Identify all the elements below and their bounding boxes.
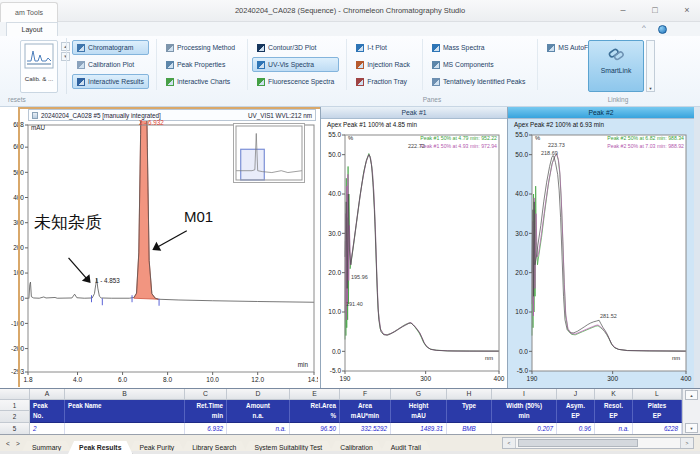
annotation-unknown-impurity: 未知杂质 bbox=[34, 211, 102, 234]
ribbon-button-label: Tentatively Identified Peaks bbox=[443, 78, 525, 85]
help-icon[interactable] bbox=[658, 25, 667, 34]
ribbon-button-ms-components[interactable]: MS Components bbox=[427, 57, 530, 72]
header-cell: Peak Name bbox=[65, 400, 185, 423]
fluorescence-spectra-icon bbox=[257, 78, 265, 86]
ribbon-button-processing-method[interactable]: Processing Method bbox=[161, 40, 240, 55]
sheet-nav-left-icon[interactable]: < bbox=[3, 438, 13, 449]
ribbon-button-i-t-plot[interactable]: I-t Plot bbox=[351, 40, 415, 55]
x-unit-label: nm bbox=[485, 355, 493, 361]
ribbon-button-uv-vis-spectra[interactable]: UV-Vis Spectra bbox=[252, 57, 339, 72]
peak1-spectrum-plot[interactable]: 19030040055.050.040.030.020.010.00.0-5.0 bbox=[321, 131, 507, 383]
svg-text:20.0: 20.0 bbox=[515, 269, 528, 276]
svg-text:500: 500 bbox=[13, 169, 24, 176]
ribbon-button-peak-properties[interactable]: Peak Properties bbox=[161, 57, 240, 72]
ribbon-button-injection-rack[interactable]: Injection Rack bbox=[351, 57, 415, 72]
peak2-pane[interactable]: Peak #2 Apex Peak #2 100% at 6.93 min 19… bbox=[507, 107, 694, 388]
sheet-tab-peak-results[interactable]: Peak Results bbox=[67, 441, 133, 454]
peak2-spectrum-plot[interactable]: 19030040055.050.040.030.020.010.00.0-5.0 bbox=[508, 131, 694, 383]
column-letter[interactable]: I bbox=[492, 389, 557, 400]
column-letter[interactable]: L bbox=[633, 389, 682, 400]
overview-inset[interactable] bbox=[233, 123, 305, 183]
ribbon-button-interactive-charts[interactable]: Interactive Charts bbox=[161, 74, 240, 89]
smartlink-dropdown-icon[interactable]: ▼ bbox=[646, 40, 655, 92]
preset-button[interactable]: Calib. & ... bbox=[20, 40, 58, 93]
horizontal-scrollbar[interactable]: < > bbox=[502, 437, 694, 449]
interactive-charts-icon bbox=[166, 78, 174, 86]
table-vertical-scrollbar[interactable]: ▲ ▼ bbox=[682, 389, 700, 435]
scroll-up-icon[interactable]: ▲ bbox=[685, 390, 698, 400]
svg-text:40.0: 40.0 bbox=[515, 190, 528, 197]
svg-text:200: 200 bbox=[13, 244, 24, 251]
smartlink-button[interactable]: SmartLink bbox=[588, 40, 644, 92]
corner-cell[interactable] bbox=[0, 389, 30, 400]
panes-area: 20240204_CA028 #5 [manually integrated] … bbox=[0, 107, 700, 388]
bump-wavelength-label: 281.52 bbox=[600, 313, 617, 319]
hscroll-track[interactable] bbox=[516, 438, 680, 448]
group-label-presets: resets bbox=[8, 96, 26, 103]
group-label-panes: Panes bbox=[400, 96, 464, 103]
svg-text:400: 400 bbox=[13, 194, 24, 201]
collapse-ribbon-icon[interactable]: ^ bbox=[642, 23, 646, 32]
ribbon-button-fluorescence-spectra[interactable]: Fluorescence Spectra bbox=[252, 74, 339, 89]
hscroll-left-icon[interactable]: < bbox=[503, 438, 516, 448]
ribbon-button-label: MS Components bbox=[443, 61, 494, 68]
svg-text:55.0: 55.0 bbox=[328, 131, 341, 138]
column-letter[interactable]: B bbox=[65, 389, 185, 400]
peak1-pane[interactable]: Peak #1 Apex Peak #1 100% at 4.85 min 19… bbox=[320, 107, 507, 388]
scroll-down-icon[interactable]: ▼ bbox=[685, 423, 698, 433]
hscroll-right-icon[interactable]: > bbox=[680, 438, 693, 448]
minimize-icon[interactable]: – bbox=[612, 3, 634, 19]
svg-text:-100: -100 bbox=[11, 320, 24, 327]
ribbon-button-label: Injection Rack bbox=[367, 61, 410, 68]
sheet-tab-bar: < > SummaryPeak ResultsPeak PurityLibrar… bbox=[0, 434, 700, 451]
ribbon-button-chromatogram[interactable]: Chromatogram bbox=[72, 40, 149, 55]
hscroll-thumb[interactable] bbox=[518, 439, 638, 447]
svg-text:300: 300 bbox=[420, 375, 431, 382]
ribbon-button-interactive-results[interactable]: Interactive Results bbox=[72, 74, 149, 89]
channel-name: UV_VIS1 WVL:212 nm bbox=[248, 112, 312, 119]
apex-wavelength-label-2: 218.69 bbox=[541, 150, 558, 156]
chromatogram-header[interactable]: 20240204_CA028 #5 [manually integrated] … bbox=[28, 109, 316, 121]
column-letter[interactable]: F bbox=[340, 389, 391, 400]
chromatogram-icon bbox=[77, 44, 85, 52]
ribbon-column: Contour/3D PlotUV-Vis SpectraFluorescenc… bbox=[248, 39, 347, 90]
fraction-tray-icon bbox=[356, 78, 364, 86]
column-letter[interactable]: C bbox=[185, 389, 227, 400]
titlebar: am Tools 20240204_CA028 (Sequence) - Chr… bbox=[0, 0, 700, 22]
sheet-nav-right-icon[interactable]: > bbox=[13, 438, 23, 449]
ribbon-button-mass-spectra[interactable]: Mass Spectra bbox=[427, 40, 530, 55]
apex-wavelength-label: 223.73 bbox=[548, 142, 565, 148]
peak1-pane-header[interactable]: Peak #1 bbox=[321, 107, 507, 119]
tab-layout[interactable]: Layout bbox=[6, 22, 58, 36]
x-unit-label: nm bbox=[672, 355, 680, 361]
svg-text:6.0: 6.0 bbox=[118, 376, 127, 383]
column-letter[interactable]: D bbox=[227, 389, 290, 400]
column-letter[interactable]: G bbox=[391, 389, 447, 400]
peak1-retention-label: 1 - 4.853 bbox=[95, 277, 120, 284]
svg-text:10.0: 10.0 bbox=[515, 308, 528, 315]
chromatogram-pane[interactable]: 20240204_CA028 #5 [manually integrated] … bbox=[0, 107, 320, 388]
column-letter[interactable]: A bbox=[30, 389, 65, 400]
ribbon-button-label: Chromatogram bbox=[88, 44, 133, 51]
header-cell: Amountn.a. bbox=[227, 400, 290, 423]
ribbon-button-calibration-plot[interactable]: Calibration Plot bbox=[72, 57, 149, 72]
column-letter[interactable]: K bbox=[595, 389, 633, 400]
svg-text:100: 100 bbox=[13, 269, 24, 276]
processing-method-icon bbox=[166, 44, 174, 52]
ribbon-button-fraction-tray[interactable]: Fraction Tray bbox=[351, 74, 415, 89]
column-letter[interactable]: E bbox=[290, 389, 340, 400]
panes-group: ChromatogramCalibration PlotInteractive … bbox=[68, 39, 616, 90]
sheet-tabs: SummaryPeak ResultsPeak PurityLibrary Se… bbox=[26, 436, 433, 451]
y-unit-label: % bbox=[535, 135, 540, 141]
ribbon-button-contour-3d-plot[interactable]: Contour/3D Plot bbox=[252, 40, 339, 55]
interactive-results-icon bbox=[77, 78, 85, 86]
ribbon-button-tentatively-identified-peaks[interactable]: Tentatively Identified Peaks bbox=[427, 74, 530, 89]
ribbon-button-label: Fraction Tray bbox=[367, 78, 407, 85]
window-title: 20240204_CA028 (Sequence) - Chromeleon C… bbox=[0, 0, 700, 22]
peak2-pane-header[interactable]: Peak #2 bbox=[508, 107, 694, 119]
column-letter[interactable]: H bbox=[447, 389, 492, 400]
close-icon[interactable]: × bbox=[676, 3, 698, 19]
column-letter[interactable]: J bbox=[557, 389, 595, 400]
maximize-icon[interactable]: □ bbox=[644, 3, 666, 19]
i-t-plot-icon bbox=[356, 44, 364, 52]
